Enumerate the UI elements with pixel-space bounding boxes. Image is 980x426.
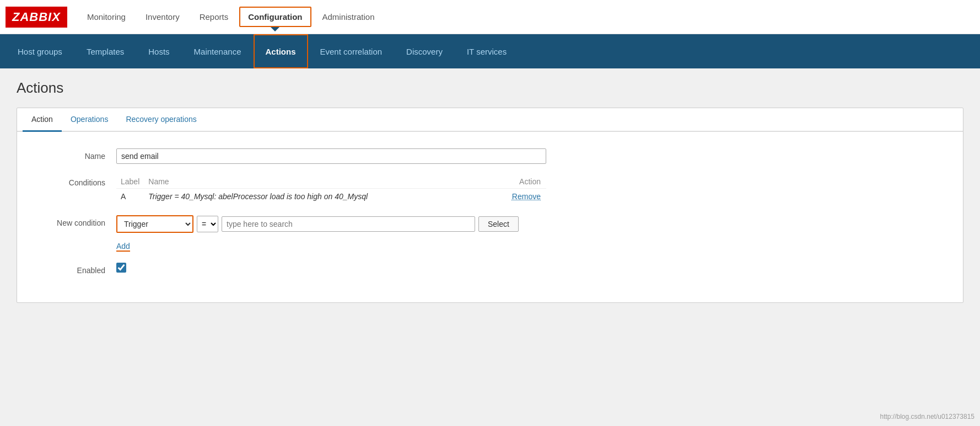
tab-operations[interactable]: Operations <box>62 108 117 132</box>
col-header-action: Action <box>488 175 546 189</box>
tab-recovery-operations[interactable]: Recovery operations <box>117 108 205 132</box>
secondary-navigation: Host groups Templates Hosts Maintenance … <box>0 34 980 68</box>
remove-link[interactable]: Remove <box>512 192 541 201</box>
top-navigation: ZABBIX Monitoring Inventory Reports Conf… <box>0 0 980 34</box>
name-row: Name <box>28 148 952 164</box>
actions-card: Action Operations Recovery operations Na… <box>17 108 963 303</box>
tab-action[interactable]: Action <box>23 108 62 132</box>
secondary-nav-templates[interactable]: Templates <box>74 34 136 68</box>
trigger-select[interactable]: Trigger Host group Host Application Seve… <box>116 215 193 233</box>
tabs-bar: Action Operations Recovery operations <box>17 108 963 132</box>
new-condition-control: Trigger Host group Host Application Seve… <box>116 215 952 252</box>
new-condition-area: Trigger Host group Host Application Seve… <box>116 215 952 233</box>
conditions-control: Label Name Action A Trigger = 40_Mysql: … <box>116 175 952 204</box>
conditions-row: Conditions Label Name Action A Trigger <box>28 175 952 204</box>
top-nav-items: Monitoring Inventory Reports Configurati… <box>78 7 384 27</box>
name-control <box>116 148 952 164</box>
name-label: Name <box>28 148 116 161</box>
table-row: A Trigger = 40_Mysql: abelProcessor load… <box>116 189 546 205</box>
enabled-label: Enabled <box>28 263 116 275</box>
zabbix-logo: ZABBIX <box>6 7 67 28</box>
select-button[interactable]: Select <box>478 216 519 232</box>
condition-label: A <box>116 189 144 205</box>
page-title: Actions <box>17 79 963 97</box>
secondary-nav-discovery[interactable]: Discovery <box>394 34 455 68</box>
col-header-name: Name <box>144 175 488 189</box>
enabled-row: Enabled <box>28 263 952 275</box>
condition-action: Remove <box>488 189 546 205</box>
watermark: http://blog.csdn.net/u012373815 <box>880 413 974 420</box>
top-nav-administration[interactable]: Administration <box>314 7 384 27</box>
enabled-checkbox[interactable] <box>116 263 126 273</box>
new-condition-row: New condition Trigger Host group Host Ap… <box>28 215 952 252</box>
top-nav-monitoring[interactable]: Monitoring <box>78 7 134 27</box>
new-condition-label: New condition <box>28 215 116 227</box>
secondary-nav-host-groups[interactable]: Host groups <box>6 34 74 68</box>
top-nav-inventory[interactable]: Inventory <box>137 7 189 27</box>
conditions-table: Label Name Action A Trigger = 40_Mysql: … <box>116 175 546 204</box>
top-nav-reports[interactable]: Reports <box>191 7 238 27</box>
name-input[interactable] <box>116 148 546 164</box>
page-content: Actions Action Operations Recovery opera… <box>0 68 980 426</box>
equals-select[interactable]: = ≠ <box>197 216 218 232</box>
col-header-label: Label <box>116 175 144 189</box>
secondary-nav-maintenance[interactable]: Maintenance <box>182 34 254 68</box>
search-input[interactable] <box>222 216 475 232</box>
add-link[interactable]: Add <box>116 242 130 252</box>
form-area: Name Conditions Label Name Action <box>17 132 963 302</box>
secondary-nav-event-correlation[interactable]: Event correlation <box>308 34 395 68</box>
top-nav-configuration[interactable]: Configuration <box>239 7 311 27</box>
enabled-control <box>116 263 952 274</box>
condition-name: Trigger = 40_Mysql: abelProcessor load i… <box>144 189 488 205</box>
conditions-label: Conditions <box>28 175 116 187</box>
secondary-nav-hosts[interactable]: Hosts <box>136 34 181 68</box>
secondary-nav-it-services[interactable]: IT services <box>455 34 519 68</box>
secondary-nav-actions[interactable]: Actions <box>254 34 308 68</box>
